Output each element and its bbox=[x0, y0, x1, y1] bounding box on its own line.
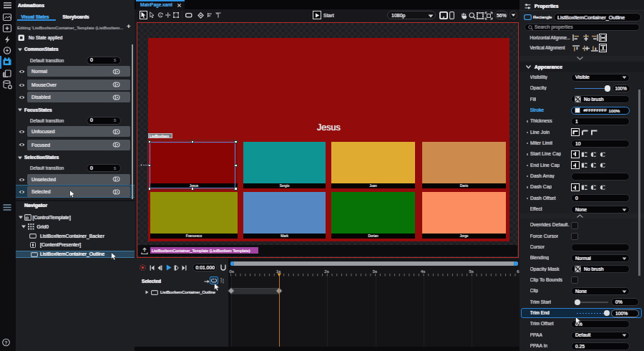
svg-text:?: ? bbox=[4, 340, 7, 345]
